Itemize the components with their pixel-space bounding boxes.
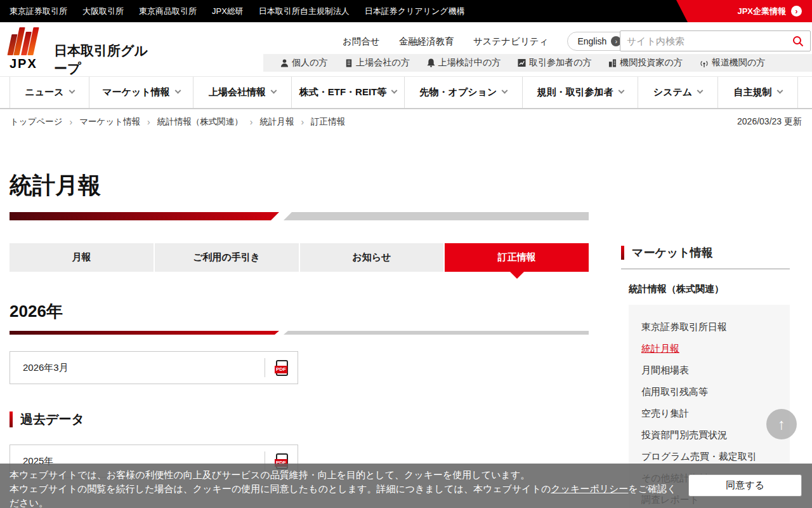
nav-item-equities[interactable]: 株式・ETF・REIT等 [291,77,404,108]
breadcrumb-current: 訂正情報 [311,116,345,128]
english-label: English [577,36,606,46]
chevron-down-icon [618,88,624,94]
document-icon [344,58,353,67]
scroll-to-top-button[interactable]: ↑ [766,409,797,439]
jpx-logo[interactable]: JPX 日本取引所グループ [10,26,155,74]
site-search [620,30,811,51]
exchange-links-bar: 東京証券取引所 大阪取引所 東京商品取引所 JPX総研 日本取引所自主規制法人 … [0,0,812,22]
red-bar [10,411,13,427]
audience-link-institutional-investor[interactable]: 機関投資家の方 [608,57,682,69]
chevron-down-icon [776,88,783,94]
topbar-link-jpxr[interactable]: 日本取引所自主規制法人 [259,6,350,17]
site-header: JPX 日本取引所グループ お問合せ 金融経済教育 サステナビリティ Engli… [0,22,812,76]
pdf-link-2026-03[interactable]: 2026年3月 PDF [10,351,298,384]
jpx-logo-name: 日本取引所グループ [54,42,155,77]
red-bar [621,246,624,260]
nav-item-news[interactable]: ニュース [10,77,89,108]
circle-arrow-icon: › [791,6,802,17]
audience-link-considering-listing[interactable]: 上場検討中の方 [427,57,501,69]
person-icon [280,58,289,67]
topbar-link-ose[interactable]: 大阪取引所 [82,6,124,17]
breadcrumb-separator: › [147,117,150,127]
topbar-link-jscc[interactable]: 日本証券クリアリング機構 [365,6,465,17]
breadcrumb: トップページ › マーケット情報 › 統計情報（株式関連） › 統計月報 › 訂… [0,109,812,135]
utility-link-sustainability[interactable]: サステナビリティ [473,36,549,48]
sidebar-item-tse-daily[interactable]: 東京証券取引所日報 [641,316,790,338]
jpx-corporate-label: JPX企業情報 [737,6,786,17]
nav-item-rules[interactable]: 規則・取引参加者 [522,77,638,108]
pdf-icon: PDF [276,360,288,376]
breadcrumb-monthly-report[interactable]: 統計月報 [259,116,294,128]
topbar-link-jpxi[interactable]: JPX総研 [212,6,244,17]
tab-monthly-report[interactable]: 月報 [10,243,154,272]
chevron-down-icon [69,88,75,94]
pdf-link-label: 2026年3月 [23,362,69,374]
up-arrow-icon: ↑ [778,415,785,433]
cookie-banner: 本ウェブサイトでは、お客様の利便性の向上及びサービスの品質維持・向上を目的として… [0,464,812,508]
search-icon[interactable] [792,36,804,47]
chevron-down-icon [391,88,398,94]
topbar-link-tse[interactable]: 東京証券取引所 [10,6,67,17]
tab-notices[interactable]: お知らせ [300,243,444,272]
nav-item-derivatives[interactable]: 先物・オプション [404,77,522,108]
search-input[interactable] [627,36,792,46]
breadcrumb-market[interactable]: マーケット情報 [79,116,140,128]
title-rule [10,212,589,220]
nav-item-systems[interactable]: システム [638,77,717,108]
page-title: 統計月報 [10,170,599,201]
tab-bar: 月報 ご利用の手引き お知らせ 訂正情報 [10,243,589,272]
jpx-logo-text: JPX [10,57,37,71]
chevron-down-icon [174,88,181,94]
audience-link-trading-participant[interactable]: 取引参加者の方 [518,57,591,69]
jpx-logo-stripes-icon [10,27,40,55]
buildings-icon [608,58,617,67]
cookie-message: 本ウェブサイトでは、お客様の利便性の向上及びサービスの品質維持・向上を目的として… [10,468,682,508]
utility-link-contact[interactable]: お問合せ [343,36,380,48]
sidebar-title: マーケット情報 [621,245,790,269]
nav-item-listed-companies[interactable]: 上場会社情報 [193,77,291,108]
agree-button[interactable]: 同意する [688,474,802,497]
tab-corrections[interactable]: 訂正情報 [445,243,589,272]
cookie-policy-link[interactable]: クッキーポリシー [551,483,628,494]
audience-links-bar: 個人の方 上場会社の方 上場検討中の方 取引参加者の方 機関投資家の方 報道機関… [263,54,812,72]
nav-item-market[interactable]: マーケット情報 [89,77,193,108]
main-content: 統計月報 月報 ご利用の手引き お知らせ 訂正情報 2026年 2026年3月 … [0,170,599,478]
updated-date: 2026/03/23 更新 [737,116,802,128]
chart-icon [518,58,526,67]
sidebar-subtitle: 統計情報（株式関連） [629,283,790,295]
year-rule [10,331,589,335]
past-data-heading: 過去データ [10,411,599,428]
utility-links: お問合せ 金融経済教育 サステナビリティ English › [343,30,631,52]
audience-link-individual[interactable]: 個人の方 [280,57,327,69]
breadcrumb-separator: › [70,117,73,127]
utility-link-education[interactable]: 金融経済教育 [399,36,454,48]
sidebar-item-monthly-quotes[interactable]: 月間相場表 [641,359,790,381]
breadcrumb-separator: › [301,117,304,127]
sidebar-item-monthly-report[interactable]: 統計月報 [641,338,790,359]
chevron-down-icon [502,88,508,94]
breadcrumb-home[interactable]: トップページ [10,116,63,128]
jpx-corporate-link[interactable]: JPX企業情報 › [671,0,812,22]
tab-user-guide[interactable]: ご利用の手引き [155,243,299,272]
bell-icon [427,58,435,67]
year-heading: 2026年 [10,300,599,323]
nav-item-self-regulation[interactable]: 自主規制 [717,77,798,108]
topbar-link-tocom[interactable]: 東京商品取引所 [139,6,197,17]
chevron-down-icon [271,88,277,94]
main-navigation: ニュース マーケット情報 上場会社情報 株式・ETF・REIT等 先物・オプショ… [0,76,812,109]
chevron-down-icon [697,88,704,94]
sidebar-item-margin-balance[interactable]: 信用取引残高等 [641,381,790,403]
breadcrumb-statistics[interactable]: 統計情報（株式関連） [157,116,243,128]
broadcast-icon [700,58,709,67]
breadcrumb-separator: › [250,117,253,127]
audience-link-listed-company[interactable]: 上場会社の方 [344,57,409,69]
audience-link-press[interactable]: 報道機関の方 [700,57,765,69]
